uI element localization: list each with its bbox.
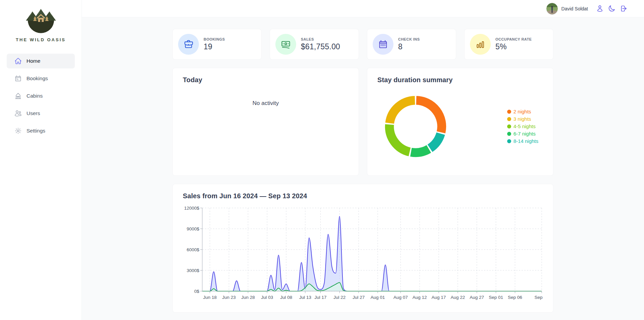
x-tick-label: Jul 13 (299, 295, 311, 300)
dark-mode-button[interactable] (606, 3, 617, 14)
sidebar-item-home[interactable]: Home (7, 54, 75, 68)
total-sales-line (202, 216, 542, 291)
user-name: David Soldat (561, 6, 588, 11)
stat-card-sales: Sales $61,755.00 (270, 29, 359, 60)
sidebar-item-settings[interactable]: Settings (7, 123, 75, 138)
x-tick-label: Jun 23 (222, 295, 236, 300)
stat-label: Check ins (398, 37, 450, 41)
main-nav: Home Bookings Cabins Users Settings (7, 54, 75, 138)
sidebar-item-cabins[interactable]: Cabins (7, 89, 75, 103)
stats-row: Bookings 19 Sales $61,755.00 Check ins 8… (172, 29, 553, 60)
x-tick-label: Sep 13 (535, 295, 544, 300)
gear-icon (14, 127, 22, 135)
donut-segment (430, 134, 441, 148)
x-tick-label: Jun 18 (203, 295, 217, 300)
brand-name: THE WILD OASIS (7, 37, 75, 42)
stat-label: Occupancy rate (495, 37, 548, 41)
sidebar-item-label: Bookings (26, 75, 48, 82)
banknotes-icon (281, 39, 291, 49)
stat-label: Bookings (204, 37, 256, 41)
x-tick-label: Aug 27 (470, 295, 484, 300)
stat-value: 8 (398, 42, 450, 51)
donut-segment (390, 100, 415, 123)
legend-dot-icon (507, 110, 511, 114)
legend-item: 4-5 nights (507, 123, 538, 129)
extras-sales-line (202, 282, 542, 291)
legend-dot-icon (507, 132, 511, 136)
y-tick-label: 12000$ (184, 206, 200, 211)
stat-icon-circle (178, 34, 199, 55)
x-tick-label: Aug 07 (393, 295, 408, 300)
user-icon (596, 5, 603, 12)
wild-oasis-logo-icon (22, 8, 60, 33)
donut-chart (383, 94, 448, 159)
moon-icon (608, 5, 615, 12)
sidebar-item-users[interactable]: Users (7, 106, 75, 121)
x-tick-label: Aug 12 (413, 295, 427, 300)
stay-duration-chart: 2 nights 3 nights 4-5 nights 6-7 nights … (377, 84, 543, 167)
y-tick-label: 3000$ (186, 268, 199, 273)
stat-card-check-ins: Check ins 8 (367, 29, 456, 60)
calendar-icon (14, 75, 22, 82)
sidebar: THE WILD OASIS Home Bookings Cabins User… (0, 0, 82, 320)
extras-sales-area (202, 282, 542, 291)
legend-item: 3 nights (507, 116, 538, 122)
stat-icon-circle (470, 34, 491, 55)
main-column: David Soldat Bookings 19 Sales $61,755.0… (82, 0, 644, 320)
logout-button[interactable] (618, 3, 629, 14)
sidebar-item-label: Users (26, 110, 40, 116)
stat-label: Sales (301, 37, 353, 41)
stat-card-bookings: Bookings 19 (172, 29, 262, 60)
y-tick-label: 0$ (194, 289, 200, 294)
legend-label: 2 nights (514, 109, 531, 114)
sidebar-item-label: Home (26, 58, 40, 64)
x-tick-label: Aug 01 (371, 295, 385, 300)
stat-card-occupancy-rate: Occupancy rate 5% (464, 29, 553, 60)
today-card: Today No activity (172, 68, 359, 176)
calendar-days-icon (378, 39, 388, 49)
legend-item: 2 nights (507, 109, 538, 114)
y-tick-label: 9000$ (186, 226, 199, 231)
sidebar-item-label: Settings (26, 128, 45, 134)
x-tick-label: Jul 27 (353, 295, 365, 300)
legend-dot-icon (507, 139, 511, 143)
x-tick-label: Sep 01 (489, 295, 503, 300)
donut-legend: 2 nights 3 nights 4-5 nights 6-7 nights … (507, 109, 538, 144)
stat-value: 19 (204, 42, 256, 51)
header-actions (595, 3, 629, 14)
x-tick-label: Sep 06 (508, 295, 522, 300)
cabin-icon (14, 92, 22, 100)
legend-label: 6-7 nights (514, 131, 536, 137)
today-empty-message: No activity (183, 100, 348, 107)
header: David Soldat (82, 0, 644, 17)
home-icon (14, 57, 22, 65)
user-box: David Soldat (546, 3, 588, 14)
account-button[interactable] (595, 3, 605, 14)
legend-dot-icon (507, 124, 511, 128)
legend-label: 4-5 nights (514, 123, 536, 129)
x-tick-label: Jul 22 (333, 295, 345, 300)
stat-value: 5% (495, 42, 548, 51)
sidebar-item-label: Cabins (26, 93, 43, 99)
stat-value: $61,755.00 (301, 42, 353, 51)
stay-duration-title: Stay duration summary (377, 76, 543, 84)
legend-label: 8-14 nights (514, 138, 538, 144)
legend-item: 8-14 nights (507, 138, 538, 144)
sales-area-chart: 0$3000$6000$9000$12000$Jun 18Jun 23Jun 2… (183, 205, 544, 305)
stat-icon-circle (275, 34, 296, 55)
x-tick-label: Aug 17 (432, 295, 446, 300)
stat-icon-circle (373, 34, 393, 55)
donut-segment (416, 100, 442, 132)
sales-chart-card: Sales from Jun 16 2024 — Sep 13 2024 0$3… (172, 184, 553, 313)
chart-bar-icon (475, 39, 485, 49)
logo (7, 8, 75, 33)
avatar-photo (546, 3, 558, 14)
logout-icon (620, 5, 627, 12)
legend-label: 3 nights (514, 116, 531, 122)
donut-segment (411, 149, 429, 153)
x-tick-label: Aug 22 (450, 295, 465, 300)
total-sales-area (202, 216, 542, 291)
legend-dot-icon (507, 117, 511, 121)
sidebar-item-bookings[interactable]: Bookings (7, 71, 75, 86)
app-root: THE WILD OASIS Home Bookings Cabins User… (0, 0, 644, 320)
